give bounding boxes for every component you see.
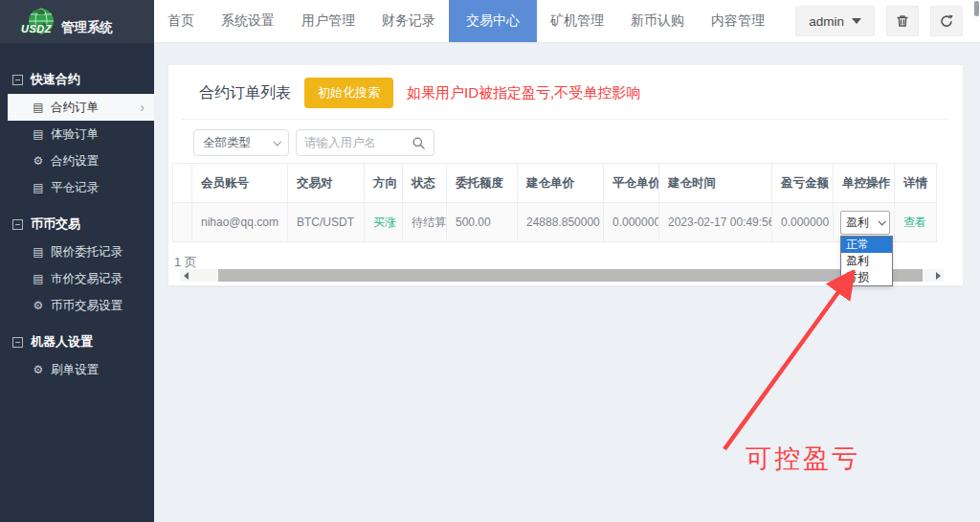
divider [182, 119, 949, 120]
option-profit[interactable]: 盈利 [841, 253, 892, 269]
page-title: 合约订单列表 [199, 83, 291, 103]
chevron-down-icon [878, 217, 885, 225]
sidebar-section-robot[interactable]: 机器人设置 [0, 328, 154, 356]
cell-direction: 买涨 [365, 203, 403, 242]
globe-icon: USDZ [23, 4, 59, 40]
col-pair: 交易对 [288, 164, 365, 203]
col-amount: 委托额度 [447, 164, 518, 203]
cell-detail: 查看 [895, 203, 937, 242]
col-control: 单控操作 [834, 164, 895, 203]
cell-close-price: 0.000000 [604, 203, 659, 242]
refresh-icon [939, 13, 954, 29]
collapse-icon [12, 75, 23, 85]
collapse-icon [12, 337, 23, 348]
sidebar-section-quick-contract[interactable]: 快速合约 [0, 65, 154, 94]
nav-content-management[interactable]: 内容管理 [698, 0, 778, 42]
col-open-time: 建仓时间 [659, 164, 772, 203]
view-detail-link[interactable]: 查看 [903, 216, 926, 229]
col-open-price: 建仓单价 [518, 164, 604, 203]
annotation-arrow [708, 270, 871, 462]
topbar: 首页 系统设置 用户管理 财务记录 交易中心 矿机管理 新币认购 内容管理 ad… [154, 0, 980, 43]
control-select[interactable]: 盈利 [840, 211, 890, 235]
cell-pair: BTC/USDT [288, 203, 365, 242]
nav-home[interactable]: 首页 [154, 0, 208, 42]
app-logo: USDZ 管理系统 [0, 0, 154, 43]
search-icon[interactable] [412, 136, 426, 150]
gear-icon: ⚙ [32, 363, 45, 376]
nav-system-settings[interactable]: 系统设置 [208, 0, 288, 42]
type-select[interactable]: 全部类型 [193, 129, 289, 156]
caret-down-icon [852, 18, 861, 24]
scrollbar-thumb[interactable] [218, 269, 923, 282]
nav-user-management[interactable]: 用户管理 [288, 0, 368, 42]
cell-open-time: 2023-02-17 00:49:56 [659, 203, 772, 242]
notice-text: 如果用户ID被指定盈亏,不受单控影响 [407, 84, 640, 102]
top-nav: 首页 系统设置 用户管理 财务记录 交易中心 矿机管理 新币认购 内容管理 [154, 0, 778, 42]
col-direction: 方向 [365, 164, 403, 203]
cell-id-partial [173, 203, 192, 242]
sidebar-item-contract-settings[interactable]: ⚙ 合约设置 [0, 148, 154, 174]
chevron-down-icon [273, 138, 280, 146]
chevron-right-icon: › [140, 101, 145, 114]
trash-icon [895, 13, 910, 29]
orders-panel: 合约订单列表 初始化搜索 如果用户ID被指定盈亏,不受单控影响 全部类型 D 会… [168, 65, 963, 285]
trash-button[interactable] [886, 6, 919, 36]
cell-control: 盈利 正常 盈利 亏损 [834, 203, 895, 242]
orders-table: D 会员账号 交易对 方向 状态 委托额度 建仓单价 平仓单价 建仓时间 盈亏金… [172, 163, 963, 242]
table-row: nihao@qq.com BTC/USDT 买涨 待结算 500.00 2488… [173, 203, 937, 242]
sidebar-item-trial-orders[interactable]: ▤ 体验订单 [0, 121, 154, 148]
username-search-input[interactable] [304, 136, 412, 149]
sidebar-item-contract-orders[interactable]: ▤ 合约订单 › [8, 94, 154, 121]
col-close-price: 平仓单价 [604, 164, 659, 203]
collapse-icon [12, 219, 23, 230]
sidebar-item-coin-trade-settings[interactable]: ⚙ 币币交易设置 [0, 292, 154, 319]
vertical-scrollbar-thumb[interactable] [974, 1, 979, 16]
sidebar-item-market-records[interactable]: ▤ 市价交易记录 [0, 265, 154, 292]
sidebar-item-close-records[interactable]: ▤ 平仓记录 [0, 174, 154, 201]
cell-profit: 0.000000 [772, 203, 834, 242]
cell-open-price: 24888.850000 [518, 203, 604, 242]
nav-new-coin[interactable]: 新币认购 [617, 0, 698, 42]
sidebar-item-limit-orders[interactable]: ▤ 限价委托记录 [0, 238, 154, 265]
col-profit: 盈亏金额 [772, 164, 834, 203]
horizontal-scrollbar [180, 269, 944, 282]
nav-miner-management[interactable]: 矿机管理 [537, 0, 617, 42]
option-normal[interactable]: 正常 [841, 237, 892, 253]
list-icon: ▤ [32, 245, 45, 259]
list-icon: ▤ [32, 272, 45, 285]
col-status: 状态 [403, 164, 447, 203]
annotation-text: 可控盈亏 [746, 442, 860, 476]
list-icon: ▤ [32, 101, 45, 114]
scroll-right-arrow[interactable] [932, 269, 944, 282]
col-account: 会员账号 [192, 164, 288, 203]
list-icon: ▤ [32, 127, 45, 141]
gear-icon: ⚙ [32, 299, 45, 312]
scrollbar-track[interactable] [191, 269, 932, 282]
init-search-button[interactable]: 初始化搜索 [304, 78, 393, 108]
cell-account: nihao@qq.com [192, 203, 288, 242]
sidebar-item-brush-settings[interactable]: ⚙ 刷单设置 [0, 356, 154, 383]
admin-menu-button[interactable]: admin [795, 6, 875, 36]
cell-status: 待结算 [403, 203, 447, 242]
brand-text: USDZ [21, 23, 52, 34]
table-header-row: D 会员账号 交易对 方向 状态 委托额度 建仓单价 平仓单价 建仓时间 盈亏金… [173, 164, 937, 203]
sidebar-section-coin-trade[interactable]: 币币交易 [0, 210, 154, 238]
refresh-button[interactable] [930, 6, 963, 36]
gear-icon: ⚙ [32, 154, 45, 168]
app-title: 管理系统 [61, 19, 113, 36]
list-icon: ▤ [32, 181, 45, 194]
scroll-left-arrow[interactable] [180, 269, 191, 282]
nav-trade-center[interactable]: 交易中心 [449, 0, 537, 42]
search-box [296, 129, 434, 156]
sidebar: USDZ 管理系统 快速合约 ▤ 合约订单 › ▤ 体验订单 ⚙ 合约设置 [0, 0, 154, 522]
nav-finance-records[interactable]: 财务记录 [368, 0, 449, 42]
cell-amount: 500.00 [447, 203, 518, 242]
col-detail: 详情 [895, 164, 937, 203]
control-dropdown-list: 正常 盈利 亏损 [840, 236, 893, 286]
option-loss[interactable]: 亏损 [841, 269, 892, 285]
col-id-partial: D [173, 164, 192, 203]
sidebar-nav: 快速合约 ▤ 合约订单 › ▤ 体验订单 ⚙ 合约设置 ▤ 平仓记录 [0, 43, 154, 383]
